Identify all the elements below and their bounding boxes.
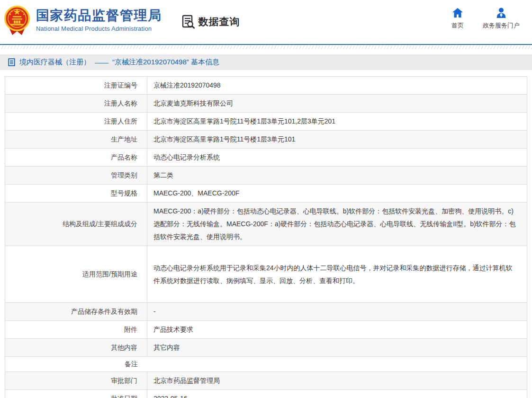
row-label: 适用范围/预期用途 [5,246,147,302]
breadcrumb-category[interactable]: 境内医疗器械（注册） [19,58,90,67]
row-label: 注册证编号 [5,77,147,94]
document-icon [8,58,15,66]
row-value: 北京市海淀区高里掌路1号院11号楼1层3单元101 [147,131,527,148]
row-value: 京械注准20192070498 [147,77,527,94]
table-row-storage: 产品储存条件及有效期 - [5,303,527,321]
table-row-approval-dept: 审批部门 北京市药品监督管理局 [5,372,527,390]
breadcrumb-separator: —— [95,58,108,66]
breadcrumb: 境内医疗器械（注册） —— “京械注准20192070498” 基本信息 [0,54,532,70]
document-search-icon [181,14,196,29]
row-label: 其他内容 [5,339,147,356]
row-label: 注册人名称 [5,95,147,112]
table-row-production-address: 生产地址 北京市海淀区高里掌路1号院11号楼1层3单元101 [5,131,527,149]
site-subtitle: National Medical Products Administration [36,25,162,32]
registration-detail-table: 注册证编号 京械注准20192070498 注册人名称 北京麦迪克斯科技有限公司… [5,76,527,398]
table-row-model-spec: 型号规格 MAECG-200、MAECG-200F [5,185,527,203]
table-row-remark: 备注 [5,357,527,372]
row-value: MAECG-200、MAECG-200F [147,185,527,202]
row-label: 批准日期 [5,390,147,398]
table-row-other-content: 其他内容 其它内容 [5,339,527,357]
brand-text: 国家药品监督管理局 National Medical Products Admi… [36,9,162,32]
table-row-intended-use: 适用范围/预期用途 动态心电记录分析系统用于记录和采集24小时内的人体十二导联心… [5,246,527,303]
data-query-link[interactable]: 数据查询 [181,14,240,29]
table-row-product-name: 产品名称 动态心电记录分析系统 [5,149,527,167]
row-label: 产品名称 [5,149,147,166]
nav-home[interactable]: 首页 [451,8,464,30]
row-value: MAECG-200：a)硬件部分：包括动态心电记录器、心电导联线。b)软件部分：… [147,203,527,246]
nav-portal-label: 政务服务门户 [483,21,520,30]
row-value: 动态心电记录分析系统用于记录和采集24小时内的人体十二导联心电信号，并对记录和采… [147,246,527,302]
row-value: 北京市海淀区高里掌路1号院11号楼1层3单元101,2层3单元201 [147,113,527,130]
national-emblem-icon [4,5,30,37]
site-title: 国家药品监督管理局 [36,9,162,23]
row-value [147,357,527,371]
row-label: 结构及组成/主要组成成分 [5,203,147,246]
row-value: 产品技术要求 [147,321,527,338]
row-value: 动态心电记录分析系统 [147,149,527,166]
table-row-management-class: 管理类别 第二类 [5,167,527,185]
site-header: 国家药品监督管理局 National Medical Products Admi… [0,0,532,44]
person-icon [496,8,507,18]
breadcrumb-current: “京械注准20192070498” 基本信息 [112,58,219,67]
row-label: 审批部门 [5,372,147,389]
table-row-structure: 结构及组成/主要组成成分 MAECG-200：a)硬件部分：包括动态心电记录器、… [5,203,527,246]
header-hatch-band [0,45,532,49]
row-value: 其它内容 [147,339,527,356]
home-icon [452,8,463,18]
row-label: 注册人住所 [5,113,147,130]
row-label: 备注 [5,357,147,371]
top-nav: 首页 政务服务门户 [451,8,520,30]
table-row-attachment: 附件 产品技术要求 [5,321,527,339]
row-label: 型号规格 [5,185,147,202]
row-label: 产品储存条件及有效期 [5,303,147,320]
row-value: 第二类 [147,167,527,184]
table-row-registrant-name: 注册人名称 北京麦迪克斯科技有限公司 [5,95,527,113]
row-value: 北京市药品监督管理局 [147,372,527,389]
nmpa-logo[interactable]: 国家药品监督管理局 National Medical Products Admi… [4,5,162,37]
row-value: - [147,303,527,320]
row-label: 附件 [5,321,147,338]
nav-portal[interactable]: 政务服务门户 [483,8,520,30]
table-row-reg-number: 注册证编号 京械注准20192070498 [5,77,527,95]
table-row-approval-date: 批准日期 2023-05-16 [5,390,527,398]
nav-home-label: 首页 [451,21,464,30]
row-value: 2023-05-16 [147,390,527,398]
row-label: 生产地址 [5,131,147,148]
row-value: 北京麦迪克斯科技有限公司 [147,95,527,112]
row-label: 管理类别 [5,167,147,184]
data-query-label: 数据查询 [198,15,240,28]
table-row-registrant-address: 注册人住所 北京市海淀区高里掌路1号院11号楼1层3单元101,2层3单元201 [5,113,527,131]
